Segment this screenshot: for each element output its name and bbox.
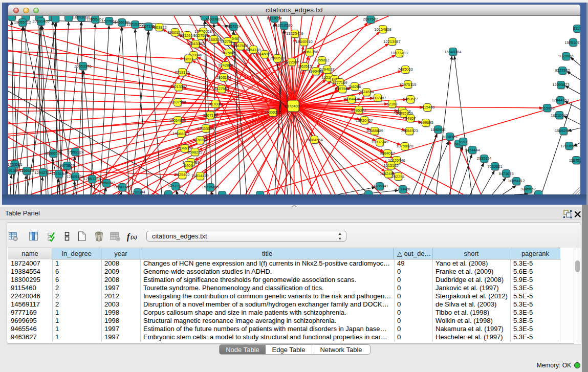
svg-text:1292344: 1292344 — [130, 190, 145, 194]
svg-text:f: f — [127, 232, 130, 242]
svg-text:7632621: 7632621 — [487, 164, 502, 169]
svg-text:18724007: 18724007 — [285, 104, 301, 108]
svg-text:252254: 252254 — [391, 174, 404, 179]
svg-text:6497568: 6497568 — [335, 86, 350, 91]
svg-text:2718176: 2718176 — [175, 70, 189, 75]
svg-text:9474444: 9474444 — [465, 148, 480, 152]
svg-text:19166827: 19166827 — [172, 132, 189, 136]
svg-text:9975867: 9975867 — [59, 163, 74, 168]
svg-text:7485063: 7485063 — [398, 67, 412, 72]
svg-text:8471676: 8471676 — [498, 171, 513, 176]
svg-text:10688609: 10688609 — [366, 128, 383, 133]
svg-text:10107554: 10107554 — [169, 100, 186, 104]
svg-text:1145194: 1145194 — [52, 171, 67, 176]
svg-text:1362615: 1362615 — [297, 64, 312, 69]
svg-text:13218586: 13218586 — [275, 23, 292, 28]
svg-text:15692971: 15692971 — [555, 128, 572, 133]
svg-text:9245652: 9245652 — [520, 187, 535, 191]
svg-text:746266: 746266 — [348, 84, 361, 89]
svg-text:10756928: 10756928 — [396, 144, 413, 148]
svg-text:1615152: 1615152 — [383, 163, 398, 168]
svg-text:19384554: 19384554 — [306, 138, 322, 142]
svg-text:8186328: 8186328 — [206, 37, 221, 42]
svg-text:10054935: 10054935 — [169, 118, 186, 123]
svg-text:(x): (x) — [130, 234, 137, 240]
svg-text:16961758: 16961758 — [301, 50, 318, 54]
svg-text:10807487: 10807487 — [369, 96, 386, 100]
svg-text:9197: 9197 — [459, 140, 468, 144]
svg-text:9115460: 9115460 — [420, 105, 435, 110]
svg-text:17359924: 17359924 — [67, 150, 83, 155]
svg-text:19055712: 19055712 — [14, 20, 31, 25]
svg-text:1640954: 1640954 — [430, 127, 445, 132]
svg-text:2935114: 2935114 — [477, 156, 492, 161]
svg-text:16543382: 16543382 — [187, 41, 204, 46]
svg-text:18807249: 18807249 — [371, 140, 388, 144]
svg-text:16648784: 16648784 — [444, 50, 461, 54]
svg-text:16914479: 16914479 — [191, 173, 208, 178]
svg-text:13325419: 13325419 — [286, 31, 303, 36]
svg-text:10654112: 10654112 — [508, 179, 525, 183]
svg-text:10973493: 10973493 — [390, 51, 407, 55]
svg-text:9457791: 9457791 — [168, 184, 183, 188]
svg-text:12975115: 12975115 — [400, 82, 417, 87]
svg-text:546: 546 — [232, 36, 238, 41]
svg-text:8427552: 8427552 — [214, 86, 229, 91]
svg-text:2803144: 2803144 — [216, 75, 231, 80]
svg-text:20691406: 20691406 — [32, 19, 49, 24]
svg-text:2588520: 2588520 — [270, 56, 285, 60]
svg-text:8813054: 8813054 — [267, 16, 281, 20]
svg-text:3267130: 3267130 — [203, 113, 217, 118]
svg-text:12093873: 12093873 — [552, 82, 569, 87]
svg-text:20053346: 20053346 — [74, 64, 91, 69]
svg-text:1156829: 1156829 — [19, 168, 34, 173]
svg-text:20206536: 20206536 — [45, 151, 61, 156]
svg-text:15720407: 15720407 — [356, 118, 373, 123]
svg-text:15751074: 15751074 — [564, 40, 580, 45]
svg-text:12505135: 12505135 — [67, 174, 83, 179]
svg-text:12353594: 12353594 — [197, 126, 214, 131]
svg-text:12213987: 12213987 — [383, 39, 400, 44]
svg-text:1733426: 1733426 — [395, 187, 410, 191]
svg-text:12213382: 12213382 — [170, 84, 187, 89]
svg-text:1167533: 1167533 — [569, 158, 580, 163]
svg-text:8878352: 8878352 — [192, 138, 207, 142]
svg-text:7955812: 7955812 — [314, 58, 329, 62]
svg-text:2087682: 2087682 — [363, 17, 378, 21]
svg-text:14136141: 14136141 — [371, 184, 388, 188]
svg-text:9242848: 9242848 — [218, 63, 233, 68]
svg-text:8215958: 8215958 — [539, 106, 554, 111]
svg-text:16154808: 16154808 — [374, 27, 391, 32]
svg-text:9227342: 9227342 — [555, 68, 570, 73]
svg-text:1753061: 1753061 — [8, 162, 23, 167]
svg-text:6794028: 6794028 — [319, 67, 334, 72]
svg-text:3824554: 3824554 — [359, 90, 374, 94]
svg-text:20364436: 20364436 — [343, 97, 360, 101]
svg-text:12942757: 12942757 — [34, 170, 51, 175]
svg-text:7625402: 7625402 — [175, 172, 189, 177]
svg-text:15716485: 15716485 — [202, 185, 219, 189]
svg-text:10958107: 10958107 — [98, 181, 115, 185]
svg-text:16033809: 16033809 — [205, 17, 222, 21]
svg-text:39159: 39159 — [8, 168, 17, 173]
svg-text:3875685: 3875685 — [221, 51, 236, 55]
svg-text:9699695: 9699695 — [418, 120, 433, 125]
svg-text:1409: 1409 — [184, 163, 193, 168]
svg-text:94957: 94957 — [405, 116, 416, 121]
svg-text:16782759: 16782759 — [114, 185, 130, 189]
svg-text:62160: 62160 — [387, 102, 398, 106]
svg-text:8912954: 8912954 — [180, 33, 194, 38]
svg-text:9329966: 9329966 — [558, 54, 573, 58]
svg-text:7857224: 7857224 — [226, 24, 241, 29]
svg-text:1117: 1117 — [573, 26, 580, 31]
svg-text:18640910: 18640910 — [295, 39, 312, 44]
svg-text:17016504: 17016504 — [560, 144, 577, 148]
svg-text:9890: 9890 — [184, 57, 193, 61]
svg-text:25300215: 25300215 — [264, 110, 281, 115]
svg-text:9777169: 9777169 — [332, 80, 347, 85]
svg-text:19654923: 19654923 — [401, 128, 418, 133]
svg-text:9463627: 9463627 — [403, 97, 418, 101]
svg-text:8698222: 8698222 — [187, 150, 202, 155]
svg-text:16210643: 16210643 — [551, 113, 568, 118]
svg-text:9084067: 9084067 — [380, 151, 395, 156]
